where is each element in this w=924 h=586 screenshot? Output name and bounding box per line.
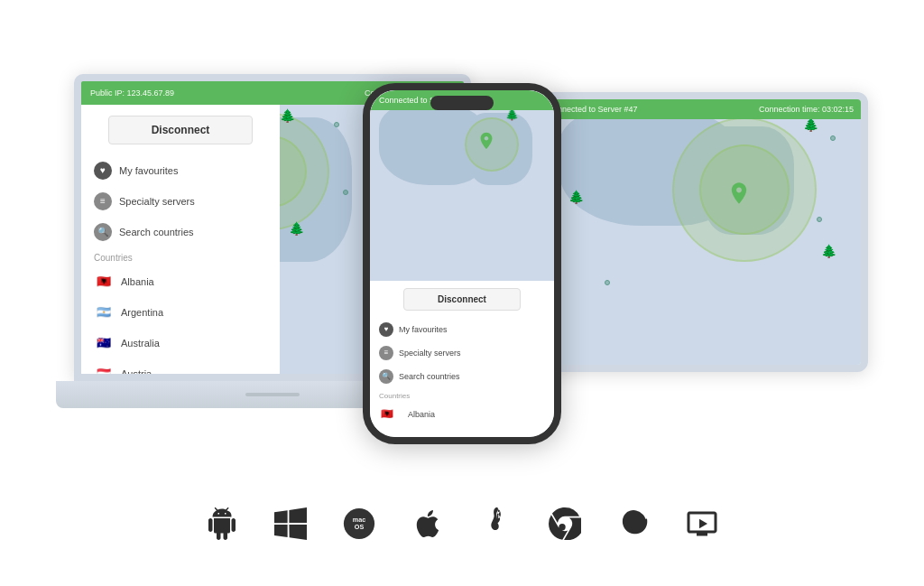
phone-search-item[interactable]: 🔍 Search countries: [370, 365, 554, 388]
countries-section-label: Countries: [81, 247, 280, 266]
australia-flag: 🇦🇺: [94, 333, 114, 353]
phone-favourites-item[interactable]: ♥ My favourites: [370, 318, 554, 341]
svg-text:OS: OS: [355, 523, 365, 531]
country-austria[interactable]: 🇦🇹 Austria: [81, 358, 280, 381]
heart-icon: ♥: [94, 162, 112, 180]
scene: 🌲 🌲 🌲 Public IP: 123.45.67.89 Connected …: [56, 56, 868, 489]
specialty-label: Specialty servers: [119, 196, 195, 207]
phone-notch: [430, 96, 494, 110]
tablet-screen: 🌲 🌲 🌲 nnected to Server #47 Connection t…: [543, 92, 868, 372]
android-platform-icon: [206, 507, 238, 540]
tree-icon: 🌲: [289, 221, 304, 236]
phone-pin: [476, 131, 496, 151]
tree-icon: 🌲: [803, 117, 818, 132]
phone-heart-icon: ♥: [379, 322, 393, 337]
country-australia[interactable]: 🇦🇺 Australia: [81, 328, 280, 358]
argentina-flag: 🇦🇷: [94, 302, 114, 322]
android-icon: [206, 507, 238, 540]
phone-albania-name: Albania: [408, 410, 435, 419]
macos-icon: mac OS: [343, 507, 375, 540]
phone-albania-flag: 🇦🇱: [379, 406, 395, 423]
map-dot: [343, 190, 348, 195]
phone-specialty-label: Specialty servers: [399, 349, 461, 358]
tree-icon: 🌲: [505, 108, 519, 121]
map-dot: [334, 122, 339, 127]
tree-icon: 🌲: [280, 108, 295, 123]
chrome-platform-icon: [549, 507, 581, 540]
albania-flag: 🇦🇱: [94, 272, 114, 292]
phone-search-icon: 🔍: [379, 369, 393, 384]
tablet-pin: [726, 181, 752, 206]
laptop-ip-text: Public IP: 123.45.67.89: [90, 88, 174, 98]
phone-search-label: Search countries: [399, 372, 460, 381]
tree-icon: 🌲: [568, 190, 584, 204]
favourites-label: My favourites: [119, 165, 178, 176]
tree-icon: 🌲: [821, 244, 836, 258]
tablet-dot: [830, 135, 836, 141]
macos-platform-icon: mac OS: [343, 507, 375, 540]
search-label: Search countries: [119, 227, 194, 237]
phone-body: 🌲 Connected to Server #47 Disconnect ♥ M…: [363, 83, 561, 444]
firefox-platform-icon: [617, 507, 650, 540]
tablet-map: 🌲 🌲 🌲: [550, 99, 861, 365]
tablet-dot: [605, 280, 610, 285]
country-albania[interactable]: 🇦🇱 Albania: [81, 266, 280, 297]
phone-map: 🌲: [370, 90, 554, 281]
laptop-search-item[interactable]: 🔍 Search countries: [81, 217, 280, 247]
laptop-disconnect-btn[interactable]: Disconnect: [108, 116, 253, 144]
phone-section-label: Countries: [370, 388, 554, 402]
specialty-icon: ≡: [94, 192, 112, 210]
windows-icon: [274, 507, 307, 540]
austria-name: Austria: [121, 368, 152, 379]
android-tv-platform-icon: [686, 507, 718, 540]
laptop-specialty-item[interactable]: ≡ Specialty servers: [81, 186, 280, 217]
phone-specialty-item[interactable]: ≡ Specialty servers: [370, 341, 554, 365]
phone-disconnect-btn[interactable]: Disconnect: [403, 288, 521, 311]
country-argentina[interactable]: 🇦🇷 Argentina: [81, 297, 280, 328]
windows-platform-icon: [274, 507, 307, 540]
phone-panel: Disconnect ♥ My favourites ≡ Specialty s…: [370, 281, 554, 437]
phone-favourites-label: My favourites: [399, 325, 448, 334]
laptop-panel: Disconnect ♥ My favourites ≡ Specialty s…: [81, 105, 280, 374]
tablet-right-text: Connection time: 03:02:15: [759, 105, 854, 114]
albania-name: Albania: [121, 276, 154, 287]
tablet-device: 🌲 🌲 🌲 nnected to Server #47 Connection t…: [543, 92, 868, 372]
phone-country-albania[interactable]: 🇦🇱 Albania: [370, 402, 554, 427]
chrome-icon: [549, 507, 581, 540]
laptop-favourites-item[interactable]: ♥ My favourites: [81, 155, 280, 186]
austria-flag: 🇦🇹: [94, 364, 114, 381]
apple-platform-icon: [411, 507, 444, 540]
platform-icons-row: mac OS: [206, 507, 718, 540]
search-icon: 🔍: [94, 223, 112, 241]
firefox-icon: [617, 507, 650, 540]
phone-screen: 🌲 Connected to Server #47 Disconnect ♥ M…: [370, 90, 554, 437]
tablet-dot: [817, 217, 822, 222]
phone-specialty-icon: ≡: [379, 346, 393, 360]
tablet-status-bar: nnected to Server #47 Connection time: 0…: [550, 99, 861, 119]
tablet-left-text: nnected to Server #47: [558, 105, 638, 114]
apple-icon: [411, 507, 444, 540]
phone-device: 🌲 Connected to Server #47 Disconnect ♥ M…: [363, 83, 561, 444]
argentina-name: Argentina: [121, 307, 163, 318]
linux-platform-icon: [480, 507, 513, 540]
australia-name: Australia: [121, 338, 160, 349]
linux-icon: [480, 507, 513, 540]
android-tv-icon: [686, 507, 718, 540]
